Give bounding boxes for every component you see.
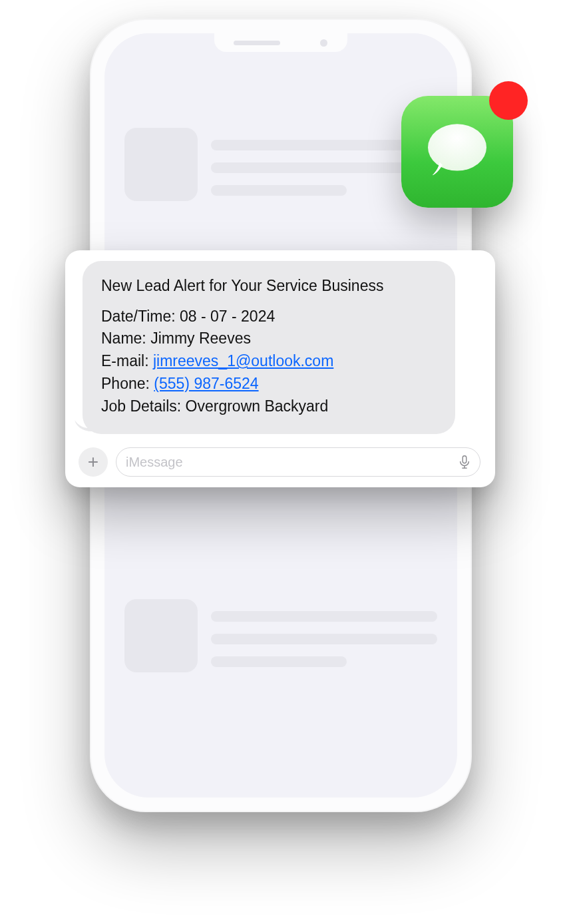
placeholder-row	[124, 128, 437, 208]
email-label: E-mail:	[101, 352, 153, 369]
message-title: New Lead Alert for Your Service Business	[101, 276, 437, 297]
message-name-line: Name: Jimmy Reeves	[101, 328, 437, 349]
job-value: Overgrown Backyard	[186, 397, 329, 415]
speech-bubble-icon	[421, 115, 494, 188]
name-label: Name:	[101, 330, 150, 347]
placeholder-line	[211, 634, 437, 644]
placeholder-line	[211, 611, 437, 622]
message-email-line: E-mail: jimreeves_1@outlook.com	[101, 351, 437, 372]
placeholder-avatar	[124, 599, 198, 672]
placeholder-lines	[211, 599, 437, 679]
microphone-icon[interactable]	[457, 455, 472, 469]
message-date-line: Date/Time: 08 - 07 - 2024	[101, 306, 437, 328]
front-camera	[320, 39, 327, 47]
message-card: New Lead Alert for Your Service Business…	[65, 250, 495, 487]
phone-label: Phone:	[101, 375, 154, 392]
message-input[interactable]: iMessage	[116, 447, 480, 477]
name-value: Jimmy Reeves	[150, 330, 251, 347]
placeholder-avatar	[124, 128, 198, 201]
notification-badge	[489, 81, 528, 120]
bubble-tail	[75, 414, 92, 431]
date-value: 08 - 07 - 2024	[180, 308, 275, 325]
message-input-row: + iMessage	[76, 445, 484, 482]
message-input-placeholder: iMessage	[126, 455, 183, 470]
message-phone-line: Phone: (555) 987-6524	[101, 373, 437, 395]
speaker-grille	[234, 41, 280, 45]
message-job-line: Job Details: Overgrown Backyard	[101, 396, 437, 417]
placeholder-line	[211, 656, 347, 667]
incoming-message-bubble: New Lead Alert for Your Service Business…	[83, 261, 455, 434]
add-attachment-button[interactable]: +	[79, 447, 108, 477]
placeholder-row	[124, 599, 437, 679]
messages-app-icon[interactable]	[401, 96, 513, 208]
phone-notch	[214, 33, 347, 52]
phone-link[interactable]: (555) 987-6524	[154, 375, 258, 392]
job-label: Job Details:	[101, 397, 186, 415]
svg-rect-1	[463, 456, 467, 463]
svg-point-0	[428, 124, 486, 170]
date-label: Date/Time:	[101, 308, 180, 325]
placeholder-line	[211, 185, 347, 196]
email-link[interactable]: jimreeves_1@outlook.com	[153, 352, 333, 369]
